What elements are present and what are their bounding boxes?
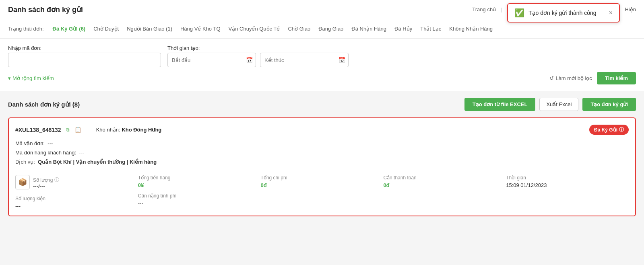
tab-da-ky-gui[interactable]: Đã Ký Gửi (6) bbox=[49, 24, 90, 33]
service-row: Dịch vụ: Quản Bọt Khí | Vận chuyển thườn… bbox=[15, 159, 629, 165]
tab-nguoi-ban-giao[interactable]: Người Bán Giao (1) bbox=[123, 24, 176, 33]
metric-total-fee: Tổng chi phí 0đ bbox=[261, 175, 384, 209]
orders-section: Danh sách đơn ký gửi (8) Tạo đơn từ file… bbox=[0, 91, 644, 223]
orders-header: Danh sách đơn ký gửi (8) Tạo đơn từ file… bbox=[8, 98, 636, 111]
tab-cho-duyet[interactable]: Chờ Duyệt bbox=[89, 24, 123, 33]
page-title: Danh sách đơn ký gửi bbox=[8, 5, 83, 14]
create-excel-button[interactable]: Tạo đơn từ file EXCEL bbox=[464, 98, 536, 111]
weight-value: --- bbox=[138, 200, 261, 206]
weight-label: Cân nặng tính phí bbox=[138, 193, 261, 199]
carton-label: Số lượng kiện bbox=[15, 196, 138, 201]
navbar: Danh sách đơn ký gửi Trang chủ | Hỗ trợ … bbox=[0, 0, 644, 19]
order-card: #XUL138_648132 ⧉ 📋 — Kho nhận: Kho Đông … bbox=[8, 117, 636, 216]
quantity-label: Số lượng ⓘ bbox=[33, 177, 59, 183]
refresh-button[interactable]: ↺ Làm mới bộ lọc bbox=[549, 75, 592, 81]
orders-title: Danh sách đơn ký gửi (8) bbox=[8, 101, 80, 108]
tab-that-lac[interactable]: Thất Lạc bbox=[416, 24, 445, 33]
carton-value: --- bbox=[15, 203, 138, 209]
toast-message: Tạo đơn ký gửi thành công bbox=[528, 10, 597, 16]
metric-payment: Cần thanh toán 0đ bbox=[383, 175, 506, 209]
metric-time: Thời gian 15:09 01/12/2023 bbox=[506, 175, 629, 209]
order-dash: — bbox=[86, 127, 91, 133]
export-excel-button[interactable]: Xuất Excel bbox=[539, 98, 578, 111]
search-button[interactable]: Tìm kiếm bbox=[597, 72, 636, 84]
status-label: Trạng thái đơn: bbox=[8, 26, 44, 32]
package-icon: 📦 bbox=[15, 175, 30, 189]
toast-success-icon: ✅ bbox=[514, 8, 524, 18]
copy-id-icon[interactable]: ⧉ bbox=[66, 127, 70, 133]
orders-actions: Tạo đơn từ file EXCEL Xuất Excel Tạo đơn… bbox=[464, 98, 636, 111]
total-fee-value: 0đ bbox=[261, 182, 384, 188]
order-code-label: Nhập mã đơn: bbox=[8, 45, 161, 51]
order-card-header: #XUL138_648132 ⧉ 📋 — Kho nhận: Kho Đông … bbox=[15, 125, 629, 135]
order-code-input[interactable] bbox=[8, 53, 161, 67]
customer-order-row: Mã đơn hàng khách hàng: --- bbox=[15, 150, 629, 156]
tab-da-huy[interactable]: Đã Hủy bbox=[390, 24, 416, 33]
start-calendar-icon: 📅 bbox=[246, 57, 253, 63]
end-date-wrap: 📅 bbox=[260, 53, 349, 67]
toast-notification: ✅ Tạo đơn ký gửi thành công × bbox=[507, 3, 620, 23]
warehouse-name: Kho Đông Hưng bbox=[122, 127, 161, 133]
start-date-wrap: 📅 bbox=[167, 53, 256, 67]
payment-label: Cần thanh toán bbox=[383, 175, 506, 181]
refresh-icon: ↺ bbox=[549, 75, 554, 81]
chevron-down-icon: ▾ bbox=[8, 75, 11, 81]
quantity-value: ---/--- bbox=[33, 183, 59, 189]
search-area: Nhập mã đơn: Thời gian tạo: 📅 📅 ▾ Mở rộn… bbox=[0, 39, 644, 91]
tab-cho-giao[interactable]: Chờ Giao bbox=[284, 24, 314, 33]
nav-trang-chu[interactable]: Trang chủ bbox=[472, 6, 496, 12]
metric-quantity: 📦 Số lượng ⓘ ---/--- Số lượng kiện --- bbox=[15, 175, 138, 209]
end-date-input[interactable] bbox=[260, 53, 349, 67]
order-type-icon: 📋 bbox=[74, 127, 81, 133]
order-id: #XUL138_648132 bbox=[15, 127, 61, 133]
metric-total-goods: Tổng tiền hàng 0¥ Cân nặng tính phí --- bbox=[138, 175, 261, 209]
tracking-label: Mã vận đơn bbox=[15, 140, 43, 146]
tab-da-nhan-hang[interactable]: Đã Nhận Hàng bbox=[347, 24, 390, 33]
total-goods-label: Tổng tiền hàng bbox=[138, 175, 261, 181]
expand-label: Mở rộng tìm kiếm bbox=[12, 75, 54, 81]
status-text: Đã Ký Gửi bbox=[594, 127, 617, 133]
expand-search-button[interactable]: ▾ Mở rộng tìm kiếm bbox=[8, 75, 54, 81]
info-icon: ⓘ bbox=[619, 126, 624, 133]
order-metrics: 📦 Số lượng ⓘ ---/--- Số lượng kiện --- bbox=[15, 170, 629, 209]
search-actions: ▾ Mở rộng tìm kiếm ↺ Làm mới bộ lọc Tìm … bbox=[8, 72, 636, 84]
tracking-value: --- bbox=[47, 140, 53, 146]
user-label: Hiện bbox=[625, 6, 636, 12]
nav-sep: | bbox=[501, 6, 502, 12]
total-fee-label: Tổng chi phí bbox=[261, 175, 384, 181]
order-code-field-group: Nhập mã đơn: bbox=[8, 45, 161, 67]
payment-value: 0đ bbox=[383, 182, 506, 188]
search-row: Nhập mã đơn: Thời gian tạo: 📅 📅 bbox=[8, 45, 636, 67]
order-warehouse: Kho nhận: Kho Đông Hưng bbox=[96, 127, 162, 133]
time-field-group: Thời gian tạo: 📅 📅 bbox=[167, 45, 349, 67]
service-value: Quản Bọt Khí | Vận chuyển thường | Kiểm … bbox=[38, 159, 157, 165]
tab-van-chuyen-quoc-te[interactable]: Vận Chuyển Quốc Tế bbox=[225, 24, 284, 33]
time-value: 15:09 01/12/2023 bbox=[506, 182, 629, 188]
customer-order-value: --- bbox=[79, 150, 84, 156]
customer-order-label: Mã đơn hàng khách hàng: bbox=[15, 150, 76, 156]
status-badge: Đã Ký Gửi ⓘ bbox=[589, 125, 629, 135]
end-calendar-icon: 📅 bbox=[339, 57, 345, 63]
time-label: Thời gian bbox=[506, 175, 629, 181]
tab-dang-giao[interactable]: Đang Giao bbox=[314, 24, 347, 33]
quantity-info-icon: ⓘ bbox=[54, 177, 59, 183]
toast-close-button[interactable]: × bbox=[609, 9, 613, 16]
right-actions: ↺ Làm mới bộ lọc Tìm kiếm bbox=[549, 72, 636, 84]
service-label: Dịch vụ: bbox=[15, 159, 35, 165]
tab-khong-nhan-hang[interactable]: Không Nhận Hàng bbox=[445, 24, 497, 33]
create-order-button[interactable]: Tạo đơn ký gửi bbox=[582, 98, 636, 111]
tab-hang-ve-kho-tq[interactable]: Hàng Về Kho TQ bbox=[176, 24, 225, 33]
total-goods-value: 0¥ bbox=[138, 182, 261, 188]
time-label: Thời gian tạo: bbox=[167, 45, 349, 51]
refresh-label: Làm mới bộ lọc bbox=[555, 75, 592, 81]
tracking-row: Mã vận đơn: --- bbox=[15, 140, 629, 146]
start-date-input[interactable] bbox=[167, 53, 256, 67]
